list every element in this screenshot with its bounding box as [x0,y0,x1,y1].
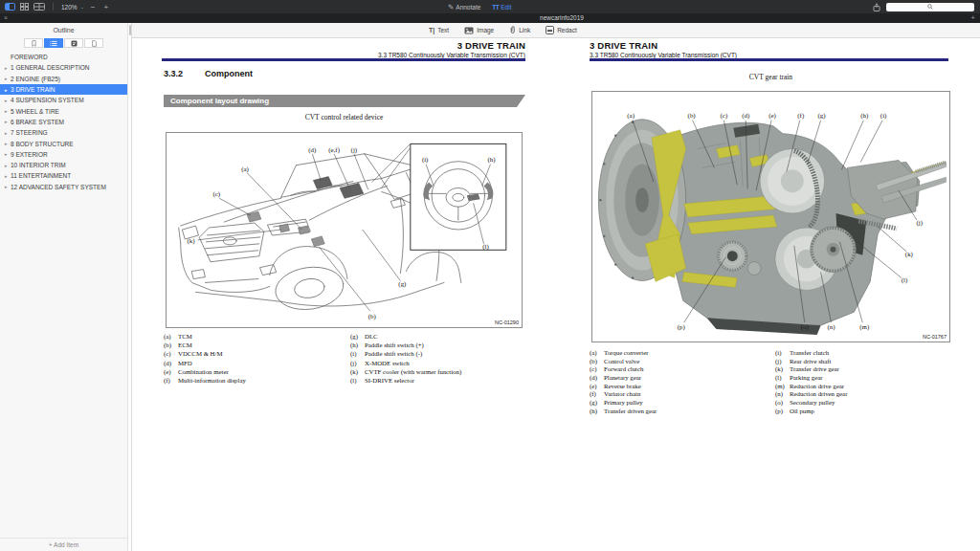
annotate-mode-button[interactable]: ✎ Annotate [448,3,480,11]
share-button[interactable] [873,3,880,11]
sidebar-outline-item[interactable]: ▸ 9 EXTERIOR [0,149,127,160]
right-header-rule [590,58,948,61]
scrollbar-thumb[interactable] [129,25,131,35]
legend-row: (m) Reduction drive gear [775,383,847,391]
legend-text: Secondary pulley [790,399,835,408]
outline-item-label: 3 DRIVE TRAIN [11,86,55,93]
svg-text:(k): (k) [188,237,195,245]
outline-item-label: 5 WHEEL & TIRE [11,108,59,115]
svg-text:(j): (j) [917,219,924,227]
legend-text: Paddle shift switch (-) [365,350,422,359]
zoom-level-control[interactable]: 120% ⌄ [61,4,84,11]
legend-row: (g) Primary pulley [590,399,657,408]
outline-list: ▸ FOREWORD ▸ 1 GENERAL DESCRIPTION ▸ 2 E… [0,52,127,192]
legend-text: TCM [178,333,192,342]
edit-text-icon: TT [492,4,499,11]
legend-row: (h) Paddle shift switch (+) [350,342,461,350]
sidebar-toggle-button[interactable] [5,3,15,11]
redact-tool-button[interactable]: Redact [546,26,577,34]
legend-letter: (h) [350,342,365,350]
add-item-button[interactable]: + Add Item [0,538,127,551]
share-icon [873,3,880,11]
legend-row: (d) MFD [164,360,246,368]
legend-row: (g) DLC [350,333,461,342]
outline-item-label: 6 BRAKE SYSTEM [11,119,64,125]
sidebar-tab-thumbnails[interactable] [24,38,43,48]
legend-letter: (g) [590,399,604,408]
outline-item-label: 8 BODY STRUCTURE [11,141,74,147]
legend-text: Parking gear [790,374,823,383]
legend-row: (f) Multi-information display [164,377,246,386]
sidebar-outline-item[interactable]: ▸ 12 ADVANCED SAFETY SYSTEM [0,182,127,192]
right-legend-col2: (i) Transfer clutch (j) Rear drive shaft… [775,349,847,416]
legend-letter: (j) [350,360,365,368]
image-tool-button[interactable]: Image [464,27,494,34]
new-tab-button[interactable]: + [971,13,975,23]
legend-text: Forward clutch [604,365,643,374]
left-figure-caption: CVT control related device [166,113,523,121]
svg-text:(e,f): (e,f) [328,146,340,154]
legend-text: Transfer drive gear [790,365,839,374]
legend-row: (e) Combination meter [164,368,246,377]
svg-text:(j): (j) [351,146,358,154]
right-chapter-title: 3 DRIVE TRAIN [590,40,948,51]
svg-text:(l): (l) [902,276,908,284]
legend-text: Rear drive shaft [790,358,831,366]
left-chapter-subtitle: 3.3 TR580 Continuously Variable Transmis… [162,52,525,58]
page-spread-view-button[interactable] [33,3,45,11]
legend-letter: (a) [164,333,178,342]
sidebar-outline-item[interactable]: ▸ 6 BRAKE SYSTEM [0,117,127,127]
legend-row: (n) Reduction driven gear [775,390,847,399]
sidebar-outline-item[interactable]: ▸ 3 DRIVE TRAIN [0,84,127,95]
sidebar-outline-item[interactable]: ▸ 5 WHEEL & TIRE [0,105,127,116]
left-legend-col1: (a) TCM (b) ECM (c) VDCCM & H/M (d) MFD … [164,333,246,386]
legend-row: (b) ECM [164,342,246,350]
right-chapter-subtitle: 3.3 TR580 Continuously Variable Transmis… [590,52,948,58]
sidebar-outline-item[interactable]: ▸ 4 SUSPENSION SYSTEM [0,95,127,105]
car-component-figure: (a)(b)(c)(d)(e,f)(j)(g)(k)(i)(h)(l) NC-0… [166,132,523,328]
document-tab[interactable]: newcarinfo2019 [0,13,980,23]
legend-letter: (m) [775,383,790,391]
sidebar-outline-item[interactable]: ▸ 7 STEERING [0,127,127,138]
search-icon [927,4,933,10]
legend-letter: (d) [164,360,178,368]
edit-mode-button[interactable]: TT Edit [492,4,511,11]
sidebar-outline-item[interactable]: ▸ 10 INTERIOR TRIM [0,160,127,170]
zoom-out-button[interactable]: − [89,3,98,11]
legend-letter: (d) [590,374,604,383]
thumbnails-view-button[interactable] [20,3,29,11]
redact-tool-label: Redact [557,27,577,33]
sidebar-tab-outline[interactable] [44,38,63,48]
thumbnails-icon [20,3,29,11]
legend-text: Planetary gear [604,374,641,383]
sidebar-outline-item[interactable]: ▸ 8 BODY STRUCTURE [0,138,127,148]
sidebar-tab-attachments[interactable] [84,38,103,48]
legend-text: Variator chain [604,390,640,399]
svg-text:(o): (o) [801,323,809,331]
search-input[interactable] [886,3,974,11]
legend-text: Reduction drive gear [790,383,844,391]
link-tool-button[interactable]: Link [509,26,530,34]
sidebar-outline-item[interactable]: ▸ 11 ENTERTAINMENT [0,170,127,181]
legend-letter: (k) [350,368,365,377]
legend-text: Multi-information display [178,377,246,386]
zoom-level-value: 120% [61,4,78,11]
sidebar-outline-item[interactable]: ▸ FOREWORD [0,52,127,62]
right-page-header: 3 DRIVE TRAIN 3.3 TR580 Continuously Var… [590,40,948,58]
text-tool-button[interactable]: T| Text [429,27,449,33]
sidebar-outline-item[interactable]: ▸ 2 ENGINE (FB25) [0,74,127,84]
link-tool-icon [509,26,516,34]
legend-text: Torque converter [604,349,649,358]
legend-text: ECM [178,342,192,350]
legend-row: (i) Paddle shift switch (-) [350,350,461,359]
legend-letter: (l) [775,374,790,383]
left-header-rule [162,58,525,61]
sidebar-tab-annotations[interactable] [64,38,83,48]
svg-text:(e): (e) [768,112,776,120]
sidebar-outline-item[interactable]: ▸ 1 GENERAL DESCRIPTION [0,62,127,73]
section-banner: Component layout drawing [164,95,525,107]
svg-text:(a): (a) [627,112,635,120]
legend-text: VDCCM & H/M [178,350,222,359]
zoom-in-button[interactable]: + [102,3,111,11]
outline-item-label: 9 EXTERIOR [11,151,48,158]
